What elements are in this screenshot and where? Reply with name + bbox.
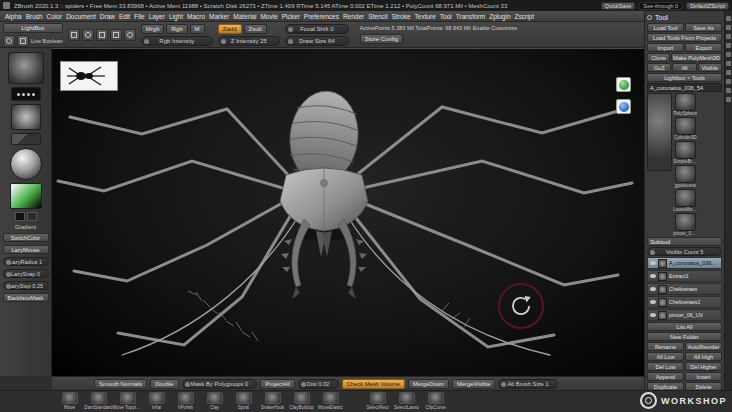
alpha-thumbnail[interactable] xyxy=(11,104,41,130)
menu-item[interactable]: Movie xyxy=(260,13,277,20)
tray-brush[interactable]: Clay xyxy=(201,392,228,410)
subtool-row[interactable]: Extract1 xyxy=(647,270,722,282)
viewport-canvas[interactable] xyxy=(52,48,644,376)
scale-icon[interactable] xyxy=(110,29,122,41)
autoreorder-button[interactable]: AutoReorder xyxy=(685,342,722,351)
del-low-button[interactable]: Del Low xyxy=(647,362,684,371)
rotate-icon[interactable] xyxy=(124,29,136,41)
menu-item[interactable]: Edit xyxy=(119,13,130,20)
menu-item[interactable]: Picker xyxy=(282,13,300,20)
texture-thumbnail[interactable] xyxy=(11,133,41,145)
color-picker[interactable] xyxy=(10,183,42,209)
del-higher-button[interactable]: Del Higher xyxy=(685,362,722,371)
menu-item[interactable]: Marker xyxy=(209,13,229,20)
clone-button[interactable]: Clone xyxy=(647,53,670,62)
secondary-color-swatch[interactable] xyxy=(27,212,37,221)
dock-palette-icon[interactable] xyxy=(726,43,731,48)
lazy-mouse-button[interactable]: LazyMouse xyxy=(3,245,49,254)
material-thumbnail[interactable] xyxy=(10,148,42,180)
tray-brush[interactable]: ClayBuildup xyxy=(288,392,315,410)
tray-brush[interactable]: hPolish xyxy=(172,392,199,410)
switch-color-button[interactable]: SwitchColor xyxy=(3,233,49,242)
dock-palette-icon[interactable] xyxy=(726,88,731,93)
enable-customize-link[interactable]: Enable Customize xyxy=(473,25,518,32)
import-button[interactable]: Import xyxy=(647,43,684,52)
all-low-button[interactable]: All Low xyxy=(647,352,684,361)
backface-mask-button[interactable]: BackfaceMask xyxy=(3,293,49,302)
dock-palette-icon[interactable] xyxy=(726,70,731,75)
tray-brush[interactable]: Move Topological xyxy=(114,392,141,410)
load-tools-from-projects-button[interactable]: Load Tools From Projects xyxy=(647,33,722,42)
current-brush-thumbnail[interactable] xyxy=(8,52,44,84)
make-polymesh3d-button[interactable]: Make PolyMesh3D xyxy=(671,53,722,62)
menu-item[interactable]: Preferences xyxy=(304,13,339,20)
tray-brush[interactable]: MoveElastic xyxy=(317,392,344,410)
export-button[interactable]: Export xyxy=(685,43,722,52)
tray-brush[interactable]: Move xyxy=(56,392,83,410)
save-as-button[interactable]: Save As xyxy=(685,23,722,32)
dock-palette-icon[interactable] xyxy=(726,97,731,102)
lightbox-button[interactable]: LightBox xyxy=(3,23,63,33)
menu-item[interactable]: Texture xyxy=(415,13,436,20)
menu-item[interactable]: Material xyxy=(233,13,256,20)
lightbox-tools-button[interactable]: Lightbox > Tools xyxy=(647,73,722,82)
live-boolean-icon[interactable] xyxy=(3,35,15,47)
tray-brush[interactable]: SelectRect xyxy=(364,392,391,410)
rotate-view-widget[interactable] xyxy=(498,283,544,329)
smooth-normals-button[interactable]: Smooth Normals xyxy=(94,379,147,389)
rgb-button[interactable]: Rgb xyxy=(166,24,187,34)
new-folder-button[interactable]: New Folder xyxy=(647,332,722,341)
tool-cell[interactable]: gpolevens xyxy=(673,165,697,188)
lazy-radius-slider[interactable]: LazyRadius 1 xyxy=(3,257,49,266)
menu-item[interactable]: Draw xyxy=(100,13,115,20)
dist-slider[interactable]: Dist 0.02 xyxy=(298,379,339,389)
move-icon[interactable] xyxy=(96,29,108,41)
tray-brush[interactable]: SelectLasso xyxy=(393,392,420,410)
load-tool-button[interactable]: Load Tool xyxy=(647,23,684,32)
menu-item[interactable]: Alpha xyxy=(5,13,22,20)
eye-icon[interactable] xyxy=(650,287,656,291)
subtool-row[interactable]: Cheliceraes xyxy=(647,283,722,295)
menu-item[interactable]: Render xyxy=(343,13,364,20)
visible-count-slider[interactable]: Visible Count 5 xyxy=(647,247,722,256)
menu-item[interactable]: Zscript xyxy=(515,13,535,20)
delete-button[interactable]: Delete xyxy=(685,382,722,390)
m-button[interactable]: M xyxy=(190,24,205,34)
default-zscript-button[interactable]: DefaultZScript xyxy=(686,2,729,10)
tool-cell[interactable]: pincer_06_UV xyxy=(673,213,697,236)
menu-item[interactable]: Brush xyxy=(26,13,43,20)
z-intensity-slider[interactable]: Z Intensity 25 xyxy=(218,36,280,46)
eye-icon[interactable] xyxy=(650,261,656,265)
goz-all-button[interactable]: All xyxy=(672,63,696,72)
menu-item[interactable]: File xyxy=(134,13,144,20)
tool-cell[interactable]: PolySphere xyxy=(673,93,697,116)
menu-item[interactable]: Zplugin xyxy=(489,13,510,20)
draw-icon[interactable] xyxy=(82,29,94,41)
tray-brush[interactable]: ClipCurve xyxy=(422,392,449,410)
menu-item[interactable]: Transform xyxy=(456,13,485,20)
tray-brush[interactable]: Inflat xyxy=(143,392,170,410)
live-boolean-render-icon[interactable] xyxy=(17,35,29,47)
subtool-row[interactable]: pincer_06_UV xyxy=(647,309,722,321)
insert-button[interactable]: Insert xyxy=(685,372,722,381)
dock-palette-icon[interactable] xyxy=(726,16,731,21)
menu-item[interactable]: Color xyxy=(47,13,63,20)
zsub-button[interactable]: Zsub xyxy=(244,24,267,34)
tray-brush[interactable]: DamStandard xyxy=(85,392,112,410)
mask-by-polygroups-slider[interactable]: Mask By Polygroups 0 xyxy=(182,379,258,389)
menu-item[interactable]: Macro xyxy=(187,13,205,20)
goz-button[interactable]: GoZ xyxy=(647,63,671,72)
menu-item[interactable]: Document xyxy=(66,13,96,20)
tray-brush[interactable]: Spiral xyxy=(230,392,257,410)
merge-down-button[interactable]: MergeDown xyxy=(408,379,449,389)
dock-palette-icon[interactable] xyxy=(726,34,731,39)
dock-palette-icon[interactable] xyxy=(726,61,731,66)
active-tool-name[interactable]: A_coronatus_036_54 xyxy=(647,83,722,92)
duplicate-button[interactable]: Duplicate xyxy=(647,382,684,390)
mrgb-button[interactable]: Mrgb xyxy=(141,24,165,34)
tool-cell[interactable]: SimpleBrush xyxy=(673,141,697,164)
current-tool-thumbnail[interactable] xyxy=(647,93,672,171)
main-color-swatch[interactable] xyxy=(15,212,25,221)
menu-item[interactable]: Stroke xyxy=(392,13,411,20)
store-config-button[interactable]: Store Config xyxy=(360,34,403,44)
